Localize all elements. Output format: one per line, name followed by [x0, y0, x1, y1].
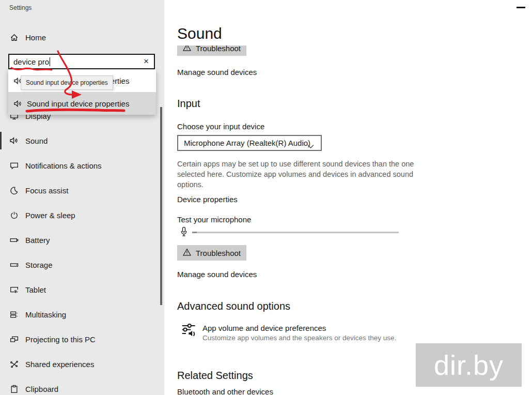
sidebar-item-label: Clipboard	[25, 385, 58, 393]
microphone-icon	[179, 226, 189, 240]
choose-input-device-label: Choose your input device	[177, 122, 264, 131]
sidebar-item-label: Focus assist	[25, 186, 68, 195]
sidebar-item-label: Tablet	[25, 285, 46, 294]
sidebar-item-battery[interactable]: Battery	[0, 227, 164, 252]
sidebar-item-label: Battery	[25, 236, 50, 245]
troubleshoot-input-button[interactable]: Troubleshoot	[177, 245, 246, 261]
manage-sound-devices-link[interactable]: Manage sound devices	[177, 270, 257, 279]
selected-accent-bar	[0, 132, 2, 149]
text-cursor	[50, 57, 50, 66]
suggestion-tooltip: Sound input device properties	[21, 75, 113, 90]
shared-experiences-icon	[9, 359, 19, 369]
sidebar-item-notifications[interactable]: Notifications & actions	[0, 153, 164, 178]
bluetooth-other-devices-link[interactable]: Bluetooth and other devices	[177, 387, 273, 395]
sidebar-item-clipboard[interactable]: Clipboard	[0, 376, 164, 395]
focus-assist-icon	[9, 186, 19, 195]
microphone-level-meter	[192, 232, 399, 233]
settings-window: Settings Home Display Sound	[0, 0, 532, 395]
sidebar-item-label: Storage	[25, 261, 53, 269]
test-your-microphone-label: Test your microphone	[177, 215, 251, 224]
microphone-level-fill	[192, 232, 197, 233]
app-volume-preferences-link[interactable]: App volume and device preferences	[202, 324, 326, 332]
suggestion-item-selected[interactable]: Sound input device properties	[8, 92, 156, 115]
speaker-icon	[13, 99, 22, 108]
troubleshoot-button-label: Troubleshoot	[196, 45, 241, 53]
storage-icon	[9, 260, 19, 269]
sidebar-scrollbar-thumb[interactable]	[160, 107, 162, 305]
sidebar-item-label: Notifications & actions	[25, 161, 102, 170]
watermark-text: dir.by	[434, 349, 504, 381]
notifications-icon	[9, 161, 19, 170]
warning-icon	[183, 45, 191, 53]
battery-icon	[9, 235, 19, 245]
sidebar-item-home[interactable]: Home	[0, 25, 164, 50]
app-volume-sliders-icon	[181, 322, 197, 340]
input-device-select[interactable]: Microphone Array (Realtek(R) Audio)	[177, 135, 322, 151]
page-title: Sound	[177, 25, 222, 42]
suggestion-label: Sound input device properties	[27, 99, 129, 108]
input-section-heading: Input	[177, 98, 200, 110]
home-icon	[9, 33, 19, 42]
advanced-sound-options-heading: Advanced sound options	[177, 300, 290, 312]
watermark: dir.by	[416, 343, 522, 387]
main-content: Sound Troubleshoot Manage sound devices …	[164, 0, 532, 395]
multitasking-icon	[9, 310, 19, 319]
warning-icon	[183, 248, 191, 257]
sidebar-item-label: Home	[25, 33, 46, 42]
troubleshoot-button-label: Troubleshoot	[196, 249, 241, 257]
app-title: Settings	[9, 4, 32, 11]
sidebar-item-multitasking[interactable]: Multitasking	[0, 302, 164, 327]
sidebar-item-label: Sound	[25, 136, 48, 145]
sidebar-item-projecting[interactable]: Projecting to this PC	[0, 327, 164, 352]
tablet-icon	[9, 285, 19, 294]
sidebar: Settings Home Display Sound	[0, 0, 164, 395]
sidebar-item-sound[interactable]: Sound	[0, 128, 164, 153]
sidebar-item-label: Shared experiences	[25, 360, 94, 369]
sidebar-item-label: Multitasking	[25, 310, 66, 319]
clipboard-icon	[9, 384, 19, 393]
input-device-description: Certain apps may be set up to use differ…	[177, 159, 417, 190]
close-icon[interactable]: ×	[140, 55, 152, 68]
app-volume-preferences-description: Customize app volumes and the speakers o…	[202, 334, 396, 342]
search-input-value: device pro	[13, 57, 49, 66]
sidebar-item-shared-experiences[interactable]: Shared experiences	[0, 352, 164, 376]
sidebar-item-storage[interactable]: Storage	[0, 252, 164, 277]
troubleshoot-output-button-clipped[interactable]: Troubleshoot	[177, 45, 246, 57]
sidebar-item-tablet[interactable]: Tablet	[0, 277, 164, 302]
projecting-icon	[9, 335, 19, 344]
device-properties-link[interactable]: Device properties	[177, 195, 238, 204]
speaker-icon	[9, 136, 19, 145]
search-input[interactable]: device pro ×	[8, 54, 155, 69]
chevron-down-icon	[307, 142, 314, 151]
minimize-icon[interactable]	[517, 7, 525, 8]
sidebar-item-label: Projecting to this PC	[25, 335, 96, 344]
related-settings-heading: Related Settings	[177, 370, 253, 382]
manage-sound-devices-link[interactable]: Manage sound devices	[177, 68, 257, 77]
sidebar-item-label: Power & sleep	[25, 211, 75, 220]
sidebar-item-focus-assist[interactable]: Focus assist	[0, 178, 164, 203]
input-device-selected-value: Microphone Array (Realtek(R) Audio)	[184, 139, 310, 147]
power-icon	[9, 210, 19, 220]
sidebar-item-power-sleep[interactable]: Power & sleep	[0, 203, 164, 227]
